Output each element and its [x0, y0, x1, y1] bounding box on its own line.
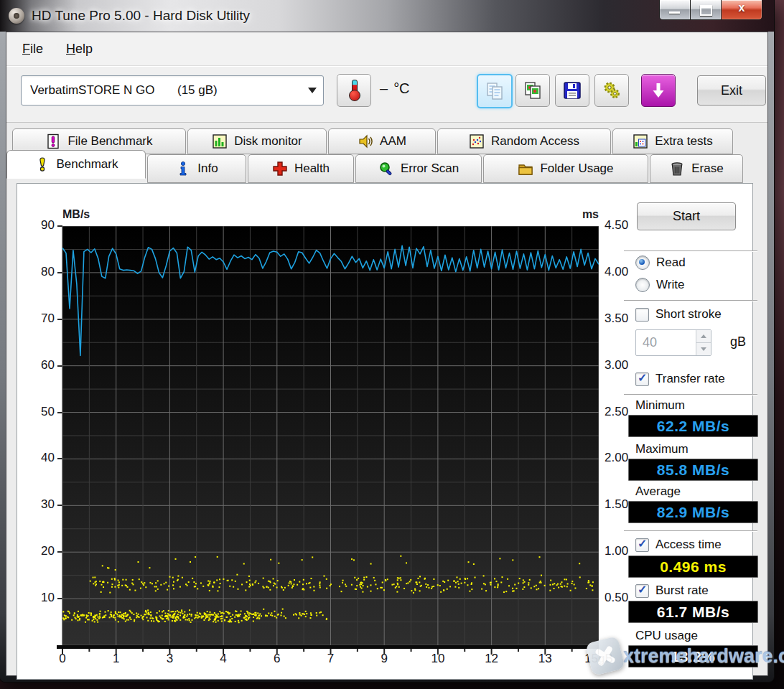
tab-info[interactable]: Info [147, 154, 246, 183]
stroke-size-value: 40 [636, 330, 696, 355]
toolbar: VerbatimSTORE N GO (15 gB) – °C [6, 66, 767, 123]
tab-label: Folder Usage [540, 161, 613, 176]
red-cross-icon [272, 161, 288, 177]
spinner-up-button[interactable] [696, 330, 711, 343]
access-time-checkbox[interactable] [635, 538, 649, 552]
tab-label: Info [197, 161, 218, 176]
read-radio[interactable] [635, 256, 650, 270]
close-button[interactable]: x [721, 0, 762, 20]
cpu-usage-value: 13.2% [628, 645, 758, 667]
scatter-dots-icon [469, 133, 485, 149]
transfer-rate-label: Transfer rate [655, 372, 725, 386]
y-axis-label-right: 1.00 [605, 544, 628, 558]
update-button[interactable] [641, 74, 676, 107]
drive-select[interactable]: VerbatimSTORE N GO (15 gB) [21, 75, 324, 106]
spinner-down-icon [701, 347, 706, 351]
tab-label: File Benchmark [67, 134, 152, 149]
magnifier-icon [378, 161, 394, 177]
access-time-value: 0.496 ms [628, 556, 758, 578]
cpu-usage-label: CPU usage [635, 629, 698, 643]
benchmark-chart [57, 226, 599, 657]
tab-aam[interactable]: AAM [328, 128, 436, 154]
start-button[interactable]: Start [637, 202, 736, 230]
app-window: HD Tune Pro 5.00 - Hard Disk Utility x F… [0, 0, 774, 682]
y-axis-label-right: 2.00 [605, 451, 628, 465]
minimum-value: 62.2 MB/s [628, 415, 758, 437]
short-stroke-row[interactable]: Short stroke [635, 307, 722, 322]
copy-screenshot-icon [523, 80, 543, 100]
bar-chart-icon [212, 133, 228, 149]
right-axis-unit: ms [569, 208, 599, 221]
maximum-label: Maximum [635, 442, 689, 456]
temperature-unit: °C [393, 80, 409, 97]
transfer-rate-row[interactable]: Transfer rate [635, 372, 725, 386]
tab-erase[interactable]: Erase [650, 154, 743, 183]
menu-help[interactable]: Help [55, 39, 104, 60]
write-label: Write [656, 278, 684, 292]
average-label: Average [635, 484, 681, 499]
info-icon [175, 161, 191, 177]
tab-extra-tests[interactable]: Extra tests [612, 128, 733, 154]
speaker-icon [358, 133, 373, 149]
options-button[interactable] [594, 74, 629, 107]
y-axis-label-left: 60 [29, 358, 55, 372]
copy-text-button[interactable] [477, 74, 513, 108]
tab-health[interactable]: Health [248, 154, 354, 183]
menu-file[interactable]: File [11, 39, 55, 60]
file-exclamation-icon [45, 133, 61, 149]
folder-icon [518, 161, 533, 177]
maximum-value: 85.8 MB/s [628, 459, 758, 481]
y-axis-label-right: 0.50 [605, 591, 628, 605]
start-label: Start [673, 209, 700, 224]
separator [624, 250, 757, 252]
y-axis-label-right: 3.00 [605, 358, 628, 372]
window-controls: x [659, 0, 762, 20]
temperature-button[interactable] [337, 74, 371, 107]
tab-label: Health [294, 161, 330, 176]
y-axis-label-right: 4.50 [605, 218, 628, 233]
spinner-down-button[interactable] [696, 343, 711, 355]
minimize-icon [669, 11, 680, 14]
stroke-size-spinner[interactable]: 40 [635, 329, 711, 356]
transfer-rate-checkbox[interactable] [635, 372, 649, 386]
tab-label: Erase [691, 161, 723, 176]
access-time-row[interactable]: Access time [635, 538, 722, 552]
separator [624, 300, 757, 301]
tab-benchmark[interactable]: Benchmark [6, 150, 146, 179]
tab-label: Random Access [491, 134, 579, 149]
close-icon: x [722, 1, 762, 14]
tab-random-access[interactable]: Random Access [437, 128, 611, 154]
menubar: File Help [6, 32, 767, 66]
minimize-button[interactable] [659, 0, 690, 20]
temperature-reading: – °C [380, 80, 410, 97]
tab-label: Disk monitor [234, 134, 302, 149]
burst-rate-checkbox[interactable] [635, 584, 649, 598]
burst-rate-value: 61.7 MB/s [628, 601, 758, 623]
short-stroke-checkbox[interactable] [635, 308, 649, 322]
y-axis-label-left: 50 [29, 405, 55, 419]
titlebar[interactable]: HD Tune Pro 5.00 - Hard Disk Utility x [0, 0, 774, 32]
minimum-label: Minimum [635, 398, 685, 413]
maximize-button[interactable] [690, 0, 721, 20]
separator [624, 530, 757, 532]
save-button[interactable] [555, 74, 589, 107]
tab-folder-usage[interactable]: Folder Usage [483, 154, 648, 183]
burst-rate-row[interactable]: Burst rate [635, 583, 709, 598]
tab-label: Extra tests [655, 134, 712, 149]
write-radio-row[interactable]: Write [635, 278, 684, 292]
separator [624, 394, 757, 395]
y-axis-label-right: 4.00 [605, 265, 628, 279]
exit-label: Exit [721, 83, 742, 98]
y-axis-label-right: 3.50 [605, 311, 628, 326]
save-icon [562, 80, 582, 100]
copy-screenshot-button[interactable] [515, 74, 550, 107]
tab-error-scan[interactable]: Error Scan [355, 154, 482, 183]
tab-label: AAM [380, 134, 406, 149]
read-radio-row[interactable]: Read [635, 256, 686, 270]
spinner-up-icon [701, 334, 706, 338]
write-radio[interactable] [635, 278, 650, 292]
exit-button[interactable]: Exit [697, 75, 766, 106]
short-stroke-label: Short stroke [655, 307, 722, 322]
tab-disk-monitor[interactable]: Disk monitor [187, 128, 327, 154]
y-axis-label-left: 30 [29, 497, 55, 512]
